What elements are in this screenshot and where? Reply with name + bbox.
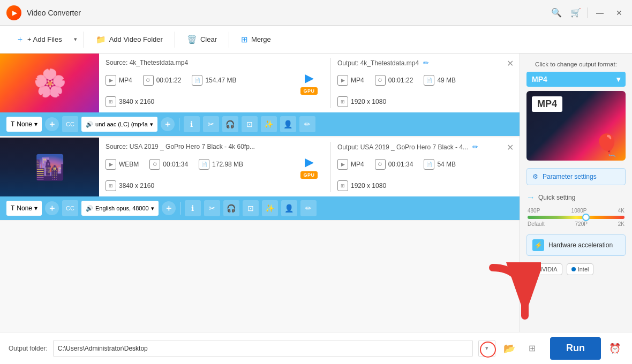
clear-label: Clear [200,35,217,43]
close-file-2-button[interactable]: ✕ [505,142,515,153]
alarm-button[interactable]: ⏰ [606,340,623,357]
subtitle-edit-btn-2[interactable]: ✏ [300,200,317,216]
quick-setting-section: → Quick setting 480P 1080P 4K Default 72… [526,193,626,227]
info-btn-1[interactable]: ℹ [184,116,200,132]
edit-pencil-icon-2[interactable]: ✏ [472,143,478,151]
search-icon[interactable]: 🔍 [549,5,564,20]
add-subtitle-1-button[interactable]: ＋ [45,117,59,131]
intel-button[interactable]: Intel [567,263,594,275]
crop-btn-2[interactable]: ⊡ [243,200,259,216]
file-1-output-size: 📄 49 MB [424,75,456,86]
file-2-toolbar: T None ▾ ＋ CC 🔊 English opus, 48000 ▾ ＋ … [0,196,520,220]
merge-button[interactable]: ⊞ Merge [234,32,279,48]
file-1-arrow: ▶ GPU [288,54,330,112]
out-format-icon-2: ▶ [337,159,348,170]
content-area: Source: 4k_Thetestdata.mp4 ▶ MP4 ⏱ 00:01… [0,54,520,332]
main-container: Source: 4k_Thetestdata.mp4 ▶ MP4 ⏱ 00:01… [0,54,632,332]
output-path-input[interactable] [53,340,473,357]
duration-icon-2: ⏱ [149,159,160,170]
run-button[interactable]: Run [550,337,601,360]
thumb-1-preview [0,54,99,112]
info-btn-2[interactable]: ℹ [185,200,201,216]
intel-label: Intel [578,266,589,272]
file-1-toolbar: T None ▾ ＋ CC 🔊 und aac (LC) (mp4a ▾ ＋ ℹ… [0,112,520,136]
format-value: MP4 [532,75,547,84]
file-2-meta: ▶ WEBM ⏱ 00:01:34 📄 172.98 MB ⊞ [106,159,281,191]
nvidia-button[interactable]: NVIDIA [526,263,562,275]
audio-dropdown-arrow-2: ▾ [151,205,154,212]
format-icon: ▶ [106,75,116,86]
crop-btn-1[interactable]: ⊡ [242,116,258,132]
hw-acceleration-label: Hardware acceleration [548,241,613,249]
edit-pencil-icon[interactable]: ✏ [423,59,429,67]
param-settings-icon: ⚙ [532,173,538,180]
cc-icon-btn-2[interactable]: CC [62,200,78,216]
format-select[interactable]: MP4 ▾ [526,72,626,87]
add-subtitle-2-button[interactable]: ＋ [45,201,59,215]
quality-thumb[interactable] [582,214,590,221]
cut-btn-2[interactable]: ✂ [204,200,220,216]
format-icon-2: ▶ [106,159,116,170]
cut-btn-1[interactable]: ✂ [203,116,219,132]
subtitle-dropdown-arrow: ▾ [34,120,37,128]
file-1-size: 📄 154.47 MB [192,75,236,86]
param-settings-button[interactable]: ⚙ Parameter settings [526,168,626,185]
mp4-preview-content: MP4 🎈 [526,91,626,161]
file-2-output-meta: ▶ MP4 ⏱ 00:01:34 📄 54 MB ⊞ [337,159,513,191]
hw-chip-icon: ⚡ [532,239,544,251]
cc-icon-btn-1[interactable]: CC [62,116,78,132]
add-audio-1-button[interactable]: ＋ [161,117,175,131]
file-row-1: Source: 4k_Thetestdata.mp4 ▶ MP4 ⏱ 00:01… [0,54,520,136]
subtitle-edit-btn-1[interactable]: ✏ [299,116,315,132]
file-1-output-header: Output: 4k_Thetestdata.mp4 ✏ [337,59,513,67]
file-1-duration: ⏱ 00:01:22 [143,75,182,86]
clear-icon: 🗑️ [187,35,197,44]
effects-btn-2[interactable]: ✨ [262,200,278,216]
add-files-button[interactable]: ＋ + Add Files [9,31,70,48]
effects-btn-1[interactable]: ✨ [261,116,277,132]
out-dur-icon-2: ⏱ [375,159,386,170]
file-2-duration: ⏱ 00:01:34 [149,159,188,170]
add-files-dropdown[interactable]: ▾ [72,33,79,46]
file-row-1-main: Source: 4k_Thetestdata.mp4 ▶ MP4 ⏱ 00:01… [0,54,520,112]
subtitle-icon: T [11,120,14,128]
toolbar-separator-1 [84,32,84,48]
arrow-right-icon: ▶ [305,71,314,85]
file-2-thumbnail [0,138,99,196]
format-section: Click to change output format: MP4 ▾ MP4… [526,61,626,161]
add-audio-2-button[interactable]: ＋ [162,201,176,215]
arrow-right-icon-2: ▶ [305,155,314,169]
close-file-1-button[interactable]: ✕ [505,58,515,69]
subtitle-select-2[interactable]: T None ▾ [6,201,42,216]
browse-folder-button[interactable]: 📂 [501,340,518,357]
mp4-badge: MP4 [532,96,562,112]
audio-select-2[interactable]: 🔊 English opus, 48000 ▾ [81,201,159,216]
watermark-btn-1[interactable]: 👤 [280,116,296,132]
file-2-output-format: ▶ MP4 [337,159,364,170]
audio-edit-btn-1[interactable]: 🎧 [222,116,238,132]
hw-acceleration-button[interactable]: ⚡ Hardware acceleration [526,234,626,256]
file-2-resolution: ⊞ 3840 x 2160 [106,180,154,191]
audio-icon: 🔊 [86,121,93,128]
subtitle-select-1[interactable]: T None ▾ [6,117,42,132]
file-2-output-info: Output: USA 2019 _ GoPro Hero 7 Black - … [331,138,520,196]
file-2-output-duration: ⏱ 00:01:34 [375,159,413,170]
queue-button[interactable]: ⊞ [523,340,540,357]
out-dur-icon: ⏱ [375,75,386,86]
audio-edit-btn-2[interactable]: 🎧 [223,200,239,216]
add-files-icon: ＋ [16,34,24,44]
close-button[interactable]: ✕ [612,5,627,20]
watermark-btn-2[interactable]: 👤 [281,200,297,216]
minimize-button[interactable]: — [592,5,607,20]
res-icon-2: ⊞ [106,180,116,191]
quality-track[interactable] [528,216,625,219]
add-video-folder-button[interactable]: 📁 Add Video Folder [88,32,170,48]
file-1-format: ▶ MP4 [106,75,132,86]
audio-dropdown-arrow: ▾ [150,121,153,128]
cart-icon[interactable]: 🛒 [568,5,583,20]
subtitle-icon-2: T [11,204,14,212]
audio-select-1[interactable]: 🔊 und aac (LC) (mp4a ▾ [81,117,157,132]
clear-button[interactable]: 🗑️ Clear [179,32,224,48]
file-2-output-resolution: ⊞ 1920 x 1080 [337,180,386,191]
output-dropdown-button[interactable]: ▾ [478,340,495,357]
